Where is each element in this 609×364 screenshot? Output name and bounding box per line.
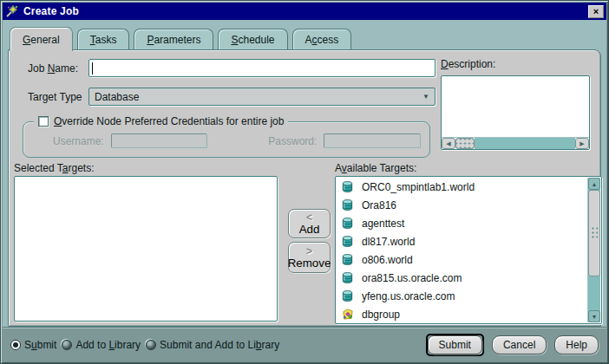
target-name: dl817.world (362, 236, 415, 248)
scroll-up-icon[interactable]: ▲ (588, 178, 600, 190)
chevron-right-icon: > (306, 245, 312, 257)
radio-submit[interactable]: Submit (10, 339, 56, 351)
target-type-value: Database (95, 91, 139, 103)
description-textarea[interactable]: ◀ ▶ (441, 75, 590, 150)
list-item[interactable]: ora815.us.oracle.com (337, 269, 587, 287)
list-item[interactable]: ORC0_smpintlab1.world (337, 178, 587, 196)
list-item[interactable]: dl817.world (337, 232, 587, 250)
tab-strip: General Tasks Parameters Schedule Access (8, 20, 601, 49)
vscroll-track[interactable] (588, 276, 600, 310)
text-caret (92, 62, 93, 75)
target-name: Ora816 (362, 199, 396, 211)
target-name: o806.world (362, 254, 413, 266)
database-icon (341, 198, 354, 211)
hscroll-thumb[interactable] (455, 138, 475, 149)
close-button[interactable]: × (588, 5, 604, 18)
available-targets-vscrollbar[interactable]: ▲ ▼ (587, 178, 600, 322)
list-item[interactable]: yfeng.us.oracle.com (337, 287, 587, 305)
vscroll-thumb[interactable] (588, 190, 600, 276)
titlebar: Create Job × (3, 3, 606, 20)
database-icon (341, 253, 354, 266)
override-credentials-label: Override Node Preferred Credentials for … (54, 115, 284, 127)
scroll-grip-icon (591, 226, 598, 240)
tab-tasks[interactable]: Tasks (77, 29, 130, 49)
bottom-action-bar: Submit Add to Library Submit and Add to … (3, 327, 606, 361)
selected-targets-list[interactable] (14, 176, 278, 322)
scroll-left-icon[interactable]: ◀ (442, 138, 455, 149)
add-button[interactable]: < Add (288, 209, 331, 238)
radio-add-to-library-label: Add to Library (75, 339, 141, 351)
job-sparkle-icon (5, 4, 19, 18)
override-credentials-checkbox[interactable] (38, 116, 49, 127)
target-type-dropdown[interactable]: Database ▼ (88, 88, 435, 106)
target-name: ORC0_smpintlab1.world (362, 181, 475, 193)
chevron-left-icon: < (306, 211, 312, 224)
target-name: ora815.us.oracle.com (362, 272, 462, 284)
radio-add-to-library[interactable]: Add to Library (62, 339, 141, 351)
tab-general[interactable]: General (10, 27, 73, 51)
dialog-chrome: General Tasks Parameters Schedule Access… (3, 20, 606, 327)
radio-submit-and-add-label: Submit and Add to Library (160, 339, 279, 351)
credentials-groupbox: Override Node Preferred Credentials for … (23, 121, 430, 158)
cancel-button[interactable]: Cancel (492, 335, 547, 354)
job-name-input[interactable] (88, 59, 435, 77)
password-field[interactable] (324, 133, 421, 148)
scroll-down-icon[interactable]: ▼ (588, 310, 600, 322)
radio-submit-label: Submit (24, 339, 56, 351)
selected-targets-label: Selected Targets: (14, 162, 95, 174)
radio-unselected-icon[interactable] (62, 340, 72, 350)
tab-parameters[interactable]: Parameters (134, 29, 213, 49)
list-item[interactable]: Ora816 (337, 196, 587, 214)
target-type-label: Target Type (28, 91, 82, 103)
target-name: agenttest (362, 218, 404, 230)
available-targets-list[interactable]: ORC0_smpintlab1.world Ora816 (335, 176, 602, 324)
target-name: dbgroup (362, 309, 400, 321)
tab-access[interactable]: Access (292, 29, 352, 49)
password-label: Password: (268, 135, 317, 147)
window-title: Create Job (23, 5, 588, 17)
radio-unselected-icon[interactable] (146, 340, 156, 350)
database-icon (341, 271, 354, 284)
list-item[interactable]: agenttest (337, 214, 587, 232)
description-label: Description: (441, 58, 495, 70)
job-name-label: Job Name: (28, 62, 78, 75)
radio-selected-icon[interactable] (10, 340, 21, 350)
group-icon (341, 308, 354, 321)
list-item[interactable]: o806.world (337, 250, 587, 269)
list-item[interactable]: dbgroup (337, 305, 587, 322)
remove-button[interactable]: > Remove (288, 242, 331, 273)
database-icon (341, 235, 354, 248)
target-name: yfeng.us.oracle.com (362, 290, 455, 302)
create-job-dialog: Create Job × General Tasks Parameters Sc… (0, 0, 609, 364)
username-field[interactable] (111, 133, 208, 148)
database-icon (341, 180, 354, 193)
scroll-right-icon[interactable]: ▶ (575, 138, 589, 149)
radio-submit-and-add[interactable]: Submit and Add to Library (146, 339, 279, 351)
dialog-buttons: Submit Cancel Help (426, 334, 599, 356)
available-targets-label: Available Targets: (335, 162, 416, 174)
database-icon (341, 289, 354, 302)
description-hscrollbar[interactable]: ◀ ▶ (442, 137, 589, 149)
username-label: Username: (53, 135, 104, 147)
database-icon (341, 217, 354, 230)
description-text[interactable] (442, 76, 589, 137)
general-tab-panel: Job Name: Description: ◀ ▶ Target Type D… (8, 49, 601, 327)
help-button[interactable]: Help (554, 335, 599, 354)
hscroll-track[interactable] (475, 138, 575, 149)
submit-button[interactable]: Submit (428, 335, 482, 354)
tab-schedule[interactable]: Schedule (218, 29, 287, 49)
default-button-ring: Submit (426, 334, 484, 356)
chevron-down-icon: ▼ (422, 93, 429, 101)
available-targets-rows: ORC0_smpintlab1.world Ora816 (337, 178, 587, 322)
